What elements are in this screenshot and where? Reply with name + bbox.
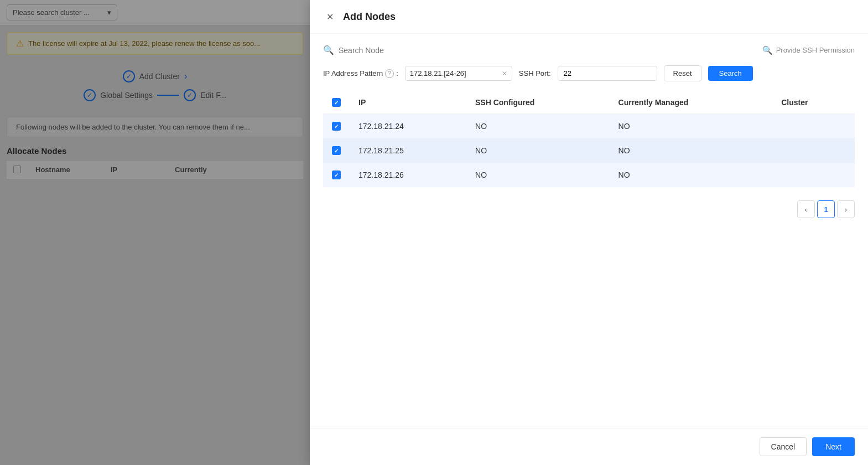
modal-body: 🔍 🔍 Provide SSH Permission IP Address Pa… [310, 34, 868, 428]
row1-ip: 172.18.21.24 [350, 114, 466, 139]
search-row: 🔍 🔍 Provide SSH Permission [323, 45, 855, 55]
col-cluster-header: Cluster [772, 91, 855, 114]
search-node-field[interactable]: 🔍 [323, 45, 762, 55]
row2-checkbox[interactable]: ✓ [332, 146, 341, 155]
ip-pattern-input-wrapper[interactable]: ✕ [405, 66, 512, 81]
row3-ip: 172.18.21.26 [350, 163, 466, 187]
row2-ip: 172.18.21.25 [350, 138, 466, 163]
row2-checkbox-cell: ✓ [323, 138, 350, 163]
next-page-button[interactable]: › [837, 200, 855, 218]
table-row: ✓ 172.18.21.24 NO NO [323, 114, 855, 139]
row3-checkbox[interactable]: ✓ [332, 170, 341, 179]
select-all-checkbox[interactable]: ✓ [332, 98, 341, 107]
col-ssh-header: SSH Configured [466, 91, 610, 114]
ssh-permission-label: Provide SSH Permission [776, 46, 855, 54]
search-icon: 🔍 [323, 45, 334, 55]
close-button[interactable]: ✕ [323, 10, 336, 23]
row2-ssh: NO [466, 138, 610, 163]
modal-title: Add Nodes [343, 11, 396, 23]
row3-cluster [772, 163, 855, 187]
page-1-button[interactable]: 1 [817, 200, 835, 218]
search-node-input[interactable] [339, 46, 449, 55]
cancel-button[interactable]: Cancel [760, 437, 807, 456]
ssh-port-input[interactable] [558, 66, 657, 81]
ip-pattern-label: IP Address Pattern ? : [323, 69, 398, 78]
row3-managed: NO [610, 163, 773, 187]
reset-button[interactable]: Reset [664, 65, 701, 81]
col-ip-header: IP [350, 91, 466, 114]
prev-page-button[interactable]: ‹ [797, 200, 815, 218]
next-button[interactable]: Next [812, 437, 855, 456]
add-nodes-modal: ✕ Add Nodes 🔍 🔍 Provide SSH Permission I… [310, 0, 868, 465]
row3-ssh: NO [466, 163, 610, 187]
search-button[interactable]: Search [708, 66, 753, 81]
modal-footer: Cancel Next [310, 428, 868, 465]
row1-ssh: NO [466, 114, 610, 139]
help-icon[interactable]: ? [385, 69, 394, 78]
row1-checkbox-cell: ✓ [323, 114, 350, 139]
row1-cluster [772, 114, 855, 139]
nodes-table: ✓ IP SSH Configured Currently Managed Cl… [323, 91, 855, 187]
row2-managed: NO [610, 138, 773, 163]
modal-header: ✕ Add Nodes [310, 0, 868, 34]
table-row: ✓ 172.18.21.25 NO NO [323, 138, 855, 163]
table-row: ✓ 172.18.21.26 NO NO [323, 163, 855, 187]
col-managed-header: Currently Managed [610, 91, 773, 114]
row2-cluster [772, 138, 855, 163]
pagination: ‹ 1 › [323, 200, 855, 223]
header-checkbox-cell: ✓ [323, 91, 350, 114]
overlay-backdrop [0, 0, 310, 465]
ssh-port-label: SSH Port: [519, 69, 551, 78]
nodes-table-header: ✓ IP SSH Configured Currently Managed Cl… [323, 91, 855, 114]
row3-checkbox-cell: ✓ [323, 163, 350, 187]
ip-pattern-row: IP Address Pattern ? : ✕ SSH Port: Reset… [323, 65, 855, 81]
row1-checkbox[interactable]: ✓ [332, 122, 341, 131]
row1-managed: NO [610, 114, 773, 139]
ssh-permission-icon: 🔍 [762, 45, 773, 55]
ssh-permission-link[interactable]: 🔍 Provide SSH Permission [762, 45, 855, 55]
ip-pattern-input[interactable] [410, 69, 498, 78]
ip-clear-button[interactable]: ✕ [502, 70, 507, 78]
nodes-table-body: ✓ 172.18.21.24 NO NO ✓ 172.18.21.25 [323, 114, 855, 188]
